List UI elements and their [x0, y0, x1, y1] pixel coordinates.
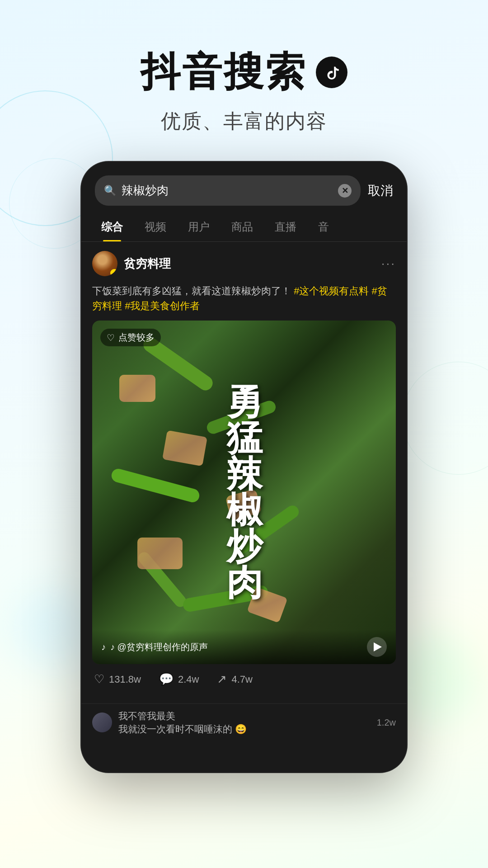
play-button[interactable]: [367, 637, 387, 657]
content-area: ✓ 贫穷料理 ··· 下饭菜到底有多凶猛，就看这道辣椒炒肉了！ #这个视频有点料…: [81, 242, 407, 772]
clear-search-button[interactable]: ✕: [338, 184, 352, 198]
comment-icon: 💬: [159, 672, 174, 686]
tab-综合[interactable]: 综合: [90, 212, 134, 241]
post-card: ✓ 贫穷料理 ··· 下饭菜到底有多凶猛，就看这道辣椒炒肉了！ #这个视频有点料…: [81, 242, 407, 703]
music-info-text: ♪ @贫穷料理创作的原声: [110, 641, 208, 653]
video-bottom-bar: ♪ ♪ @贫穷料理创作的原声: [92, 630, 396, 664]
subtitle: 优质、丰富的内容: [0, 108, 488, 135]
main-title-text: 抖音搜索: [141, 45, 307, 99]
main-title-container: 抖音搜索: [0, 45, 488, 99]
video-text-overlay: 勇猛辣椒炒肉: [226, 384, 262, 601]
tiktok-logo-icon: [322, 63, 341, 82]
tiktok-logo-badge: [316, 57, 347, 88]
tab-商品[interactable]: 商品: [221, 212, 264, 241]
phone-mockup: 🔍 辣椒炒肉 ✕ 取消 综合 视频 用户 商品: [81, 162, 407, 772]
cancel-search-button[interactable]: 取消: [368, 182, 393, 199]
comment-preview: 我不管我最美 我就没一次看时不咽唾沫的 😄 1.2w: [81, 703, 407, 741]
comment-count: 2.4w: [178, 674, 199, 685]
comment-text: 我不管我最美: [118, 709, 371, 722]
phone-screen: 🔍 辣椒炒肉 ✕ 取消 综合 视频 用户 商品: [81, 162, 407, 772]
phone-container: 🔍 辣椒炒肉 ✕ 取消 综合 视频 用户 商品: [0, 162, 488, 772]
tabs-container: 综合 视频 用户 商品 直播 音: [81, 212, 407, 242]
like-count: 131.8w: [109, 674, 141, 685]
share-button[interactable]: ↗ 4.7w: [217, 672, 252, 686]
comment-text-col: 我不管我最美 我就没一次看时不咽唾沫的 😄: [118, 709, 371, 736]
like-button[interactable]: ♡ 131.8w: [94, 672, 141, 686]
share-icon: ↗: [217, 672, 227, 686]
more-options-button[interactable]: ···: [381, 256, 396, 271]
verified-badge: ✓: [110, 269, 117, 276]
heart-icon: ♡: [107, 332, 115, 343]
search-input-wrapper[interactable]: 🔍 辣椒炒肉 ✕: [95, 175, 361, 206]
author-info: ✓ 贫穷料理: [92, 251, 171, 276]
comment-avatar: [92, 712, 112, 732]
comment-like-count: 1.2w: [377, 717, 396, 728]
share-count: 4.7w: [231, 674, 252, 685]
post-header: ✓ 贫穷料理 ···: [92, 251, 396, 276]
tab-视频[interactable]: 视频: [134, 212, 177, 241]
avatar[interactable]: ✓: [92, 251, 117, 276]
play-triangle-icon: [374, 642, 382, 651]
tab-用户[interactable]: 用户: [177, 212, 221, 241]
hashtag-1[interactable]: #这个视频有点料: [294, 285, 369, 297]
video-like-badge: ♡ 点赞较多: [100, 329, 161, 346]
comment-button[interactable]: 💬 2.4w: [159, 672, 199, 686]
search-icon: 🔍: [104, 185, 116, 197]
post-description: 下饭菜到底有多凶猛，就看这道辣椒炒肉了！ #这个视频有点料 #贫穷料理 #我是美…: [92, 283, 396, 313]
video-thumbnail[interactable]: ♡ 点赞较多 勇猛辣椒炒肉 ♪ ♪ @贫穷料理创作的原声: [92, 321, 396, 664]
search-query-text: 辣椒炒肉: [122, 183, 333, 198]
author-name[interactable]: 贫穷料理: [124, 256, 171, 272]
interaction-bar: ♡ 131.8w 💬 2.4w ↗ 4.7w: [92, 664, 396, 694]
tiktok-small-icon: ♪: [101, 642, 106, 652]
tab-直播[interactable]: 直播: [264, 212, 307, 241]
header: 抖音搜索 优质、丰富的内容: [0, 0, 488, 162]
post-desc-text: 下饭菜到底有多凶猛，就看这道辣椒炒肉了！: [92, 285, 294, 297]
like-badge-text: 点赞较多: [118, 331, 155, 344]
music-info: ♪ ♪ @贫穷料理创作的原声: [101, 641, 208, 653]
tab-音[interactable]: 音: [307, 212, 340, 241]
comment-body: 我就没一次看时不咽唾沫的 😄: [118, 722, 371, 736]
search-bar-container: 🔍 辣椒炒肉 ✕ 取消: [81, 162, 407, 212]
comment-author: 我不管我最美: [118, 711, 175, 721]
like-icon: ♡: [94, 672, 104, 686]
hashtag-3[interactable]: #我是美食创作者: [125, 300, 200, 311]
